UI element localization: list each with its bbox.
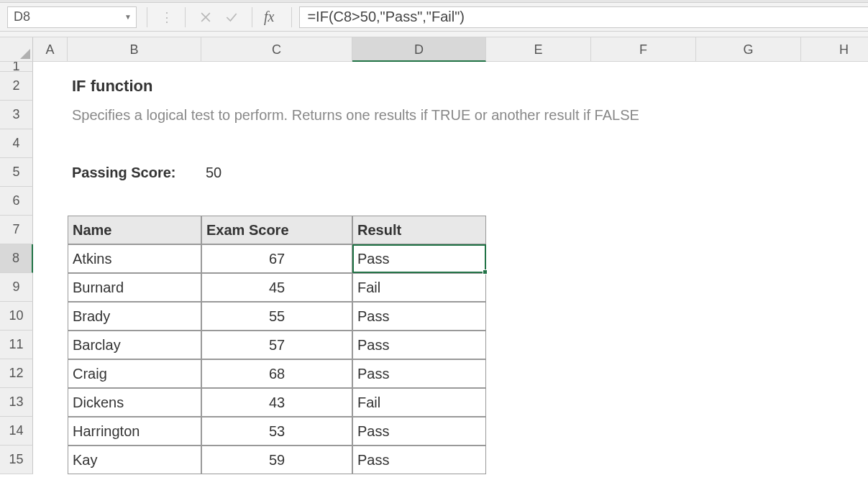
cell-F5[interactable] — [591, 158, 696, 187]
row-header-1[interactable]: 1 — [0, 62, 33, 72]
cell-F9[interactable] — [591, 273, 696, 302]
cell-H9[interactable] — [801, 273, 868, 302]
cell-F12[interactable] — [591, 359, 696, 388]
cell-G12[interactable] — [696, 359, 801, 388]
cell-B7[interactable]: Name — [68, 216, 201, 244]
cell-F8[interactable] — [591, 244, 696, 273]
col-header-H[interactable]: H — [801, 37, 868, 62]
cell-C7[interactable]: Exam Score — [201, 216, 352, 244]
spreadsheet-grid[interactable]: A B C D E F G H 1 2 IF function 3 Specif… — [0, 37, 868, 474]
cell-B3[interactable]: Specifies a logical test to perform. Ret… — [68, 101, 201, 129]
cell-H15[interactable] — [801, 446, 868, 474]
cell-G6[interactable] — [696, 187, 801, 216]
cell-A13[interactable] — [33, 388, 68, 417]
cell-A8[interactable] — [33, 244, 68, 273]
cell-G1[interactable] — [696, 62, 801, 72]
cell-H10[interactable] — [801, 302, 868, 331]
cell-F6[interactable] — [591, 187, 696, 216]
cell-E9[interactable] — [486, 273, 591, 302]
cell-G10[interactable] — [696, 302, 801, 331]
row-header-7[interactable]: 7 — [0, 216, 33, 244]
cell-E4[interactable] — [486, 129, 591, 158]
cell-B15[interactable]: Kay — [68, 446, 201, 474]
cell-H13[interactable] — [801, 388, 868, 417]
cell-C3[interactable] — [201, 101, 352, 129]
cell-B1[interactable] — [68, 62, 201, 72]
row-header-4[interactable]: 4 — [0, 129, 33, 158]
row-header-10[interactable]: 10 — [0, 302, 33, 331]
col-header-E[interactable]: E — [486, 37, 591, 62]
cell-C12[interactable]: 68 — [201, 359, 352, 388]
cell-D1[interactable] — [352, 62, 486, 72]
col-header-B[interactable]: B — [68, 37, 201, 62]
row-header-8[interactable]: 8 — [0, 244, 33, 273]
cell-F2[interactable] — [591, 72, 696, 101]
cell-F10[interactable] — [591, 302, 696, 331]
cell-G7[interactable] — [696, 216, 801, 244]
cell-H2[interactable] — [801, 72, 868, 101]
cell-A10[interactable] — [33, 302, 68, 331]
cell-F11[interactable] — [591, 331, 696, 359]
cell-E1[interactable] — [486, 62, 591, 72]
cell-C14[interactable]: 53 — [201, 417, 352, 446]
cell-E15[interactable] — [486, 446, 591, 474]
cell-F14[interactable] — [591, 417, 696, 446]
cell-A2[interactable] — [33, 72, 68, 101]
cell-A12[interactable] — [33, 359, 68, 388]
cell-A9[interactable] — [33, 273, 68, 302]
row-header-13[interactable]: 13 — [0, 388, 33, 417]
row-header-14[interactable]: 14 — [0, 417, 33, 446]
cell-E13[interactable] — [486, 388, 591, 417]
formula-input[interactable]: =IF(C8>50,"Pass","Fail") — [299, 6, 868, 28]
cell-C6[interactable] — [201, 187, 352, 216]
cell-C5[interactable]: 50 — [201, 158, 352, 187]
cell-B9[interactable]: Burnard — [68, 273, 201, 302]
chevron-down-icon[interactable]: ▼ — [124, 13, 132, 21]
cell-B6[interactable] — [68, 187, 201, 216]
cell-H3[interactable] — [801, 101, 868, 129]
cell-B12[interactable]: Craig — [68, 359, 201, 388]
cell-D7[interactable]: Result — [352, 216, 486, 244]
col-header-F[interactable]: F — [591, 37, 696, 62]
cell-G13[interactable] — [696, 388, 801, 417]
cell-A14[interactable] — [33, 417, 68, 446]
cell-F7[interactable] — [591, 216, 696, 244]
cell-D10[interactable]: Pass — [352, 302, 486, 331]
cell-A4[interactable] — [33, 129, 68, 158]
cell-E14[interactable] — [486, 417, 591, 446]
cell-G14[interactable] — [696, 417, 801, 446]
row-header-11[interactable]: 11 — [0, 331, 33, 359]
cell-A6[interactable] — [33, 187, 68, 216]
cell-E6[interactable] — [486, 187, 591, 216]
cell-H1[interactable] — [801, 62, 868, 72]
row-header-6[interactable]: 6 — [0, 187, 33, 216]
cell-G5[interactable] — [696, 158, 801, 187]
cell-E5[interactable] — [486, 158, 591, 187]
cell-D12[interactable]: Pass — [352, 359, 486, 388]
cell-E2[interactable] — [486, 72, 591, 101]
col-header-D[interactable]: D — [352, 37, 486, 62]
cell-C2[interactable] — [201, 72, 352, 101]
cell-A15[interactable] — [33, 446, 68, 474]
cell-B13[interactable]: Dickens — [68, 388, 201, 417]
cell-C10[interactable]: 55 — [201, 302, 352, 331]
cell-E8[interactable] — [486, 244, 591, 273]
cell-C11[interactable]: 57 — [201, 331, 352, 359]
cell-A1[interactable] — [33, 62, 68, 72]
enter-button[interactable] — [219, 6, 245, 28]
cell-B14[interactable]: Harrington — [68, 417, 201, 446]
cell-H7[interactable] — [801, 216, 868, 244]
cell-H11[interactable] — [801, 331, 868, 359]
cell-G15[interactable] — [696, 446, 801, 474]
cell-G3[interactable] — [696, 101, 801, 129]
col-header-C[interactable]: C — [201, 37, 352, 62]
cell-C1[interactable] — [201, 62, 352, 72]
cell-B10[interactable]: Brady — [68, 302, 201, 331]
cell-H4[interactable] — [801, 129, 868, 158]
name-box[interactable]: D8 ▼ — [7, 6, 137, 28]
cell-D6[interactable] — [352, 187, 486, 216]
cell-F4[interactable] — [591, 129, 696, 158]
cell-G2[interactable] — [696, 72, 801, 101]
cell-F3[interactable] — [591, 101, 696, 129]
col-header-G[interactable]: G — [696, 37, 801, 62]
